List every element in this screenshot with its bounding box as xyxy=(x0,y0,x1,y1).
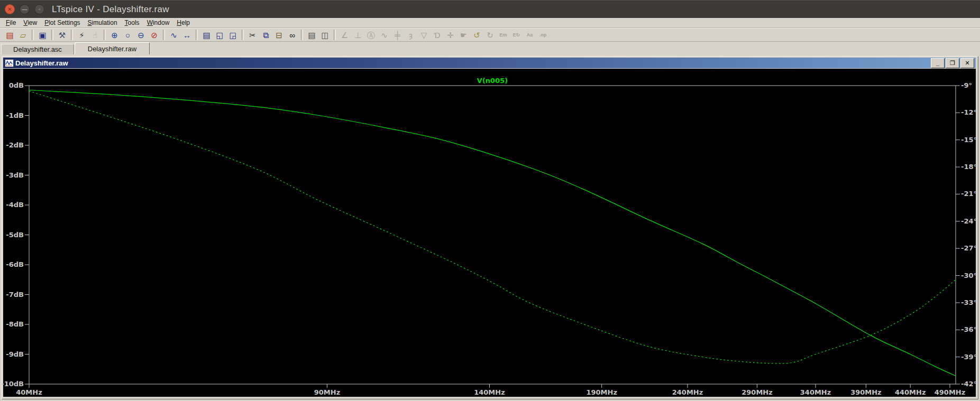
move-icon: ✛ xyxy=(444,29,457,41)
undo-icon: ↺ xyxy=(470,29,483,41)
menu-item-plot-settings[interactable]: Plot Settings xyxy=(41,18,84,27)
window-titlebar: ✕ — ▫ LTspice IV - Delayshifter.raw xyxy=(0,0,980,18)
maximize-button[interactable]: ❐ xyxy=(946,58,959,68)
cut-icon[interactable]: ✂ xyxy=(246,29,259,41)
zoom-full-extents-icon[interactable]: ⊘ xyxy=(148,29,161,41)
rotate-icon: E↻ xyxy=(510,29,523,41)
new-schematic-icon[interactable]: ▤ xyxy=(3,29,16,41)
text-icon: Aa xyxy=(523,29,536,41)
mirror-icon: Em xyxy=(497,29,510,41)
diode-icon: ▽ xyxy=(417,29,431,41)
spice-directive-icon: .op xyxy=(536,29,549,41)
save-icon[interactable]: ▣ xyxy=(36,29,49,41)
waveform-window-buttons: _❐✕ xyxy=(931,58,974,68)
toolbar-separator xyxy=(301,30,303,40)
menu-item-simulation[interactable]: Simulation xyxy=(84,18,121,27)
copy-icon[interactable]: ⧉ xyxy=(259,29,272,41)
halt-hand-icon: ☝ xyxy=(88,29,102,41)
toolbar-separator xyxy=(71,30,73,40)
toolbar-separator xyxy=(242,30,244,40)
tile-horizontal-icon[interactable]: ▤ xyxy=(200,29,213,41)
maximize-icon[interactable]: ▫ xyxy=(34,4,44,14)
ltspice-app: { "window": { "title": "LTspice IV - Del… xyxy=(0,0,980,401)
net-label-icon: Ⓐ xyxy=(364,29,378,41)
toolbar-separator xyxy=(51,30,53,40)
draw-wire-icon: ∠ xyxy=(338,29,351,41)
capacitor-icon: ╪ xyxy=(391,29,404,41)
axis-settings-icon[interactable]: ↔ xyxy=(180,29,194,41)
tile-vertical-icon[interactable]: ◱ xyxy=(213,29,226,41)
waveform-file-icon xyxy=(5,59,14,67)
component-icon: Ɗ xyxy=(431,29,444,41)
toolbar-separator xyxy=(104,30,106,40)
tab-delayshifter-raw[interactable]: Delayshifter.raw xyxy=(75,42,150,54)
print-preview-icon[interactable]: ◫ xyxy=(318,29,332,41)
zoom-out-icon[interactable]: ⊖ xyxy=(134,29,148,41)
paste-icon[interactable]: ⊟ xyxy=(272,29,286,41)
menu-item-view[interactable]: View xyxy=(20,18,41,27)
drag-hand-icon: ☛ xyxy=(457,29,470,41)
menu-item-help[interactable]: Help xyxy=(173,18,194,27)
toolbar-separator xyxy=(163,30,165,40)
inductor-icon: ȝ xyxy=(404,29,417,41)
window-title: LTspice IV - Delayshifter.raw xyxy=(52,4,169,15)
toolbar-separator xyxy=(196,30,198,40)
minimize-button[interactable]: _ xyxy=(931,58,945,68)
close-icon[interactable]: ✕ xyxy=(5,4,15,14)
waveform-window-title: Delayshifter.raw xyxy=(15,59,68,67)
open-file-icon[interactable]: ▱ xyxy=(16,29,30,41)
toolbar-separator xyxy=(32,30,34,40)
menu-item-window[interactable]: Window xyxy=(143,18,173,27)
zoom-in-icon[interactable]: ⊕ xyxy=(108,29,121,41)
menu-bar: FileViewPlot SettingsSimulationToolsWind… xyxy=(0,18,980,28)
menu-item-tools[interactable]: Tools xyxy=(121,18,143,27)
document-tabbar: Delayshifter.ascDelayshifter.raw xyxy=(0,42,980,54)
find-binoculars-icon[interactable]: ∞ xyxy=(286,29,299,41)
toolbar: ▤▱▣⚒⚡☝⊕○⊖⊘∿↔▤◱◲✂⧉⊟∞▤◫∠⊥Ⓐ∿╪ȝ▽Ɗ✛☛↺↻EmE↻Aa.… xyxy=(0,28,980,42)
ground-icon: ⊥ xyxy=(351,29,364,41)
cascade-windows-icon[interactable]: ◲ xyxy=(226,29,240,41)
control-panel-hammer-icon[interactable]: ⚒ xyxy=(56,29,69,41)
minimize-icon[interactable]: — xyxy=(20,4,30,14)
zoom-back-icon[interactable]: ○ xyxy=(121,29,134,41)
resistor-icon: ∿ xyxy=(378,29,391,41)
waveform-window-titlebar[interactable]: Delayshifter.raw _❐✕ xyxy=(3,58,976,68)
autorange-waveform-icon[interactable]: ∿ xyxy=(167,29,180,41)
tab-delayshifter-asc[interactable]: Delayshifter.asc xyxy=(1,44,74,54)
run-icon[interactable]: ⚡ xyxy=(75,29,88,41)
redo-icon: ↻ xyxy=(483,29,497,41)
print-icon[interactable]: ▤ xyxy=(305,29,318,41)
menu-item-file[interactable]: File xyxy=(2,18,20,27)
toolbar-separator xyxy=(334,30,336,40)
plot-canvas[interactable] xyxy=(29,86,956,384)
close-button[interactable]: ✕ xyxy=(960,58,974,68)
